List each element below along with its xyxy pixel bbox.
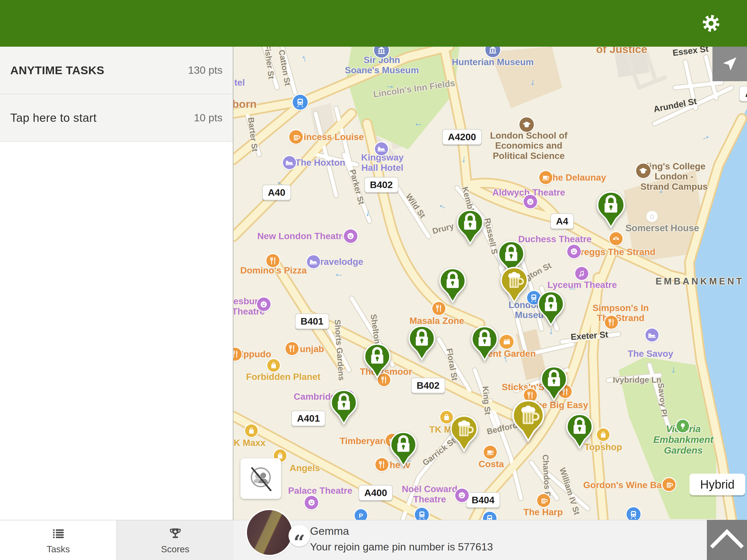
avatar[interactable]: “ bbox=[247, 510, 292, 555]
tap-to-start-row[interactable]: Tap here to start 10 pts bbox=[0, 94, 233, 142]
people-off-icon[interactable] bbox=[240, 458, 281, 499]
beer-pin[interactable] bbox=[512, 399, 545, 443]
lock-pin[interactable] bbox=[566, 413, 593, 449]
location-arrow-icon[interactable] bbox=[713, 47, 747, 81]
tasks-list-icon bbox=[51, 526, 66, 542]
lock-pin[interactable] bbox=[471, 325, 498, 361]
tab-scores-label: Scores bbox=[161, 544, 189, 554]
lock-pin[interactable] bbox=[439, 267, 466, 303]
tap-to-start-points: 10 pts bbox=[194, 112, 223, 124]
tab-tasks-label: Tasks bbox=[47, 544, 70, 554]
bottom-tabbar: Tasks Scores bbox=[0, 520, 233, 560]
lock-pin[interactable] bbox=[390, 431, 417, 467]
lock-pin[interactable] bbox=[330, 389, 358, 425]
quote-icon: “ bbox=[288, 525, 310, 546]
tap-to-start-label: Tap here to start bbox=[10, 111, 97, 125]
map-type-button[interactable]: Hybrid bbox=[690, 474, 745, 495]
anytime-tasks-header: ANYTIME TASKS 130 pts bbox=[0, 47, 233, 94]
map[interactable]: →→→→→→→→→→→→→→→→→→Sir John Soane's Museu… bbox=[233, 47, 747, 560]
road-shield-partial: A bbox=[739, 86, 747, 102]
anytime-tasks-points: 130 pts bbox=[188, 64, 223, 76]
lock-pin[interactable] bbox=[537, 291, 565, 326]
gear-icon[interactable] bbox=[701, 14, 721, 33]
lock-pin[interactable] bbox=[408, 325, 436, 361]
lock-pin[interactable] bbox=[363, 343, 391, 379]
trophy-icon bbox=[168, 526, 183, 542]
tab-tasks[interactable]: Tasks bbox=[0, 520, 117, 560]
task-sidebar: ANYTIME TASKS 130 pts Tap here to start … bbox=[0, 47, 233, 560]
anytime-tasks-label: ANYTIME TASKS bbox=[10, 64, 104, 77]
chevron-up-icon[interactable] bbox=[707, 520, 747, 560]
player-status-bar[interactable]: “ Gemma Your rejoin game pin number is 5… bbox=[233, 520, 747, 560]
player-name: Gemma bbox=[310, 525, 349, 537]
rejoin-pin-message: Your rejoin game pin number is 577613 bbox=[310, 541, 493, 553]
app-header bbox=[0, 0, 747, 47]
lock-pin[interactable] bbox=[540, 366, 568, 401]
beer-pin[interactable] bbox=[500, 266, 529, 303]
tab-scores[interactable]: Scores bbox=[117, 520, 233, 560]
beer-pin[interactable] bbox=[450, 415, 478, 452]
lock-pin[interactable] bbox=[596, 191, 625, 229]
lock-pin[interactable] bbox=[456, 209, 484, 245]
